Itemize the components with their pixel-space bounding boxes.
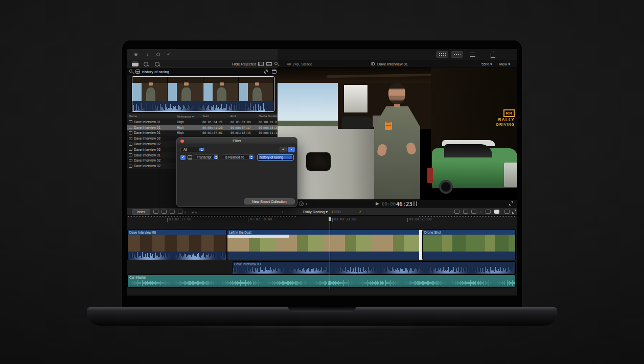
rule-checkbox[interactable]: ✓ xyxy=(180,155,186,160)
add-rule-menu-button[interactable]: ▾ xyxy=(288,147,295,152)
close-icon[interactable] xyxy=(180,140,184,143)
playback-settings-icon[interactable] xyxy=(299,201,304,206)
parked-car xyxy=(342,117,372,129)
fullscreen-icon[interactable] xyxy=(509,201,513,206)
table-row[interactable]: Dave Interview 01 High00:01:04:2100:01:0… xyxy=(127,119,278,125)
hide-rejected-popup[interactable]: Hide Rejected xyxy=(232,62,260,66)
selected-filmstrip[interactable] xyxy=(132,76,274,112)
previous-project-icon[interactable]: ‹ xyxy=(282,210,283,214)
overwrite-edit-icon[interactable] xyxy=(178,210,183,214)
audio-meters-icon[interactable] xyxy=(413,201,417,206)
clip-icon xyxy=(129,120,132,123)
zoom-level-popup[interactable]: 55% ▾ xyxy=(481,62,492,66)
playhead[interactable] xyxy=(330,216,330,289)
rule-condition-popup[interactable]: Is Related To xyxy=(222,154,255,160)
project-name-popup[interactable]: Rally Racing ▾ xyxy=(303,210,328,214)
playhead-handle[interactable] xyxy=(329,217,331,221)
desktop-background: ⊕ ↓ ✓ Hide Rejected 4K 24p, Stereo xyxy=(0,0,644,364)
filmstrip-thumb xyxy=(168,77,203,101)
play-icon[interactable]: ▶ xyxy=(376,201,379,206)
table-row[interactable]: Dave Interview 01 High00:01:07:0100:01:1… xyxy=(127,130,278,136)
rally-car-wheel xyxy=(439,180,453,194)
index-button[interactable]: Index xyxy=(132,209,150,215)
clip-waveform xyxy=(128,252,226,260)
fcp-window: ⊕ ↓ ✓ Hide Rejected 4K 24p, Stereo xyxy=(127,49,517,295)
viewer-title: Dave Interview 01 xyxy=(377,62,408,66)
clip-thumbnails xyxy=(227,235,419,252)
rule-type-popup[interactable]: Transcript xyxy=(194,154,219,160)
timecode-value: 46:23 xyxy=(396,201,412,207)
view-popup[interactable]: View ▾ xyxy=(499,62,510,66)
timeline-pane: 01:02:17:00 01:02:19:00 01:02:21:00 01:0… xyxy=(127,216,517,295)
viewer-format-label: 4K 24p, Stereo xyxy=(287,62,312,66)
viewer-canvas: RR RALLY DRIVING RALLY READY DRIVING SCH… xyxy=(278,67,517,199)
chevron-down-icon: ▾ xyxy=(306,202,307,207)
filmstrip-thumb xyxy=(203,77,239,101)
stepper-icon xyxy=(214,155,218,159)
project-duration: 11:20 xyxy=(331,210,340,214)
render-dots xyxy=(127,216,296,217)
add-rule-button[interactable]: + xyxy=(280,147,287,152)
gear-icon[interactable] xyxy=(264,70,268,74)
trim-start-icon[interactable] xyxy=(463,210,468,214)
grid-view-button[interactable] xyxy=(436,51,448,58)
key-icon[interactable] xyxy=(156,53,160,56)
inspector-icon[interactable] xyxy=(470,53,475,57)
column-header-name[interactable]: Name xyxy=(129,115,177,118)
keyword-shortcuts-icon[interactable] xyxy=(155,62,159,66)
clip-icon xyxy=(129,126,132,129)
rule-value-input[interactable]: history of racing xyxy=(257,154,294,161)
trim-align-icon[interactable] xyxy=(454,210,459,214)
import-icon[interactable]: ↓ xyxy=(146,52,149,57)
next-project-icon[interactable]: › xyxy=(359,210,361,214)
column-header-end[interactable]: End xyxy=(231,115,259,118)
dialog-titlebar[interactable]: Filter xyxy=(177,138,297,144)
timeline-clip-video[interactable]: Left in the Dust xyxy=(227,230,419,260)
search-input[interactable]: history of racing xyxy=(142,70,169,74)
list-view-icon[interactable] xyxy=(266,62,272,66)
insert-edit-icon[interactable] xyxy=(162,210,167,214)
timeline-fullscreen-icon[interactable] xyxy=(512,210,516,214)
clip-icon xyxy=(129,131,132,134)
pane-header-bar: Hide Rejected 4K 24p, Stereo Dave Interv… xyxy=(127,60,517,67)
match-popup[interactable]: All xyxy=(180,147,205,152)
connect-edit-icon[interactable] xyxy=(153,210,158,214)
rally-driving-sign: RR RALLY DRIVING xyxy=(496,107,515,127)
timeline-clip-video[interactable]: Drone Shot xyxy=(423,230,515,260)
interview-subject xyxy=(181,80,191,101)
filmstrip-view-icon[interactable] xyxy=(258,62,264,66)
background-tasks-icon[interactable]: ✓ xyxy=(167,52,171,57)
timeline-toolbar: Index ▾ ➤ ▾ ‹ Rally Racing ▾ 11:20 › ∩ xyxy=(127,207,517,216)
column-header-relevance[interactable]: Relevance ▾ xyxy=(177,115,202,118)
engine-block xyxy=(306,152,331,171)
add-icon[interactable]: ⊕ xyxy=(134,52,138,57)
grid-view-icon xyxy=(439,53,446,57)
append-edit-icon[interactable] xyxy=(170,210,175,214)
tool-select-icon[interactable]: ➤ ▾ xyxy=(191,210,197,215)
keyword-editor-icon[interactable] xyxy=(144,62,148,66)
audio-monitor-icon[interactable]: ∩ xyxy=(479,210,482,214)
table-header[interactable]: Name Relevance ▾ Start End Media Duratio… xyxy=(127,113,278,119)
column-header-duration[interactable]: Media Duration xyxy=(259,115,280,118)
chevron-down-icon[interactable]: ▾ xyxy=(185,210,186,215)
column-header-start[interactable]: Start xyxy=(202,115,231,118)
clapper-icon[interactable] xyxy=(132,61,139,66)
new-smart-collection-button[interactable]: New Smart Collection xyxy=(244,198,295,204)
window-toggle-icon[interactable] xyxy=(272,70,277,74)
clip-appearance-icon[interactable] xyxy=(494,210,499,214)
timeline-clip-video[interactable]: Dave Interview 06 xyxy=(128,230,226,260)
skimming-icon[interactable] xyxy=(504,210,510,214)
projector-screen xyxy=(344,85,367,112)
trim-end-icon[interactable] xyxy=(471,210,476,214)
timeline-clip-music[interactable]: Car Interior xyxy=(128,275,515,287)
gap-clip[interactable] xyxy=(419,230,423,260)
search-icon[interactable] xyxy=(274,62,278,65)
timeline-clip-audio[interactable]: Dave Interview 03 xyxy=(233,262,515,274)
solo-icon[interactable] xyxy=(486,210,491,214)
filmstrip-audio-waveform xyxy=(132,101,274,112)
share-icon[interactable] xyxy=(491,53,495,58)
table-row-selected[interactable]: Dave Interview 01 High00:00:41:2000:00:5… xyxy=(127,125,278,130)
list-view-button[interactable] xyxy=(451,51,463,58)
dialog-title: Filter xyxy=(233,139,241,143)
search-bar[interactable]: history of racing xyxy=(127,67,278,75)
